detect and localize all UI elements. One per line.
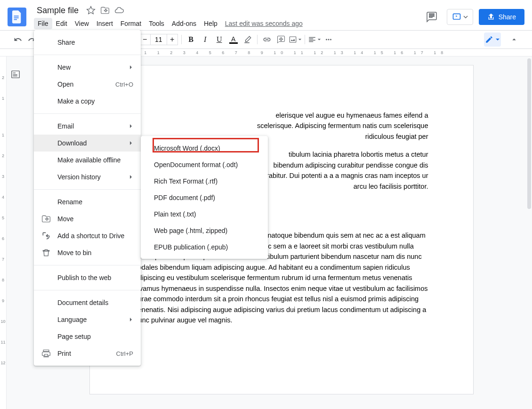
editing-mode-button[interactable]: [484, 32, 501, 47]
svg-point-10: [328, 39, 329, 40]
share-label: Share: [499, 13, 516, 21]
align-button[interactable]: [308, 33, 321, 46]
download-docx[interactable]: Microsoft Word (.docx): [141, 140, 268, 156]
svg-rect-8: [290, 37, 296, 42]
svg-point-11: [330, 39, 331, 40]
share-button[interactable]: Share: [479, 9, 524, 25]
add-shortcut-icon: [41, 231, 51, 241]
svg-rect-0: [14, 16, 19, 16]
download-pdf[interactable]: PDF document (.pdf): [141, 189, 268, 206]
download-submenu: Microsoft Word (.docx) OpenDocument form…: [141, 136, 268, 259]
last-edit-link[interactable]: Last edit was seconds ago: [225, 20, 303, 27]
vertical-ruler[interactable]: 21123456789101112: [0, 56, 7, 409]
document-outline-icon[interactable]: [7, 66, 24, 83]
menu-item-add-shortcut[interactable]: Add a shortcut to Drive: [34, 227, 141, 244]
menu-item-print[interactable]: PrintCtrl+P: [34, 345, 141, 362]
menu-item-email[interactable]: Email: [34, 118, 141, 135]
vertical-scrollbar[interactable]: [527, 58, 531, 209]
file-menu-dropdown: Share New OpenCtrl+O Make a copy Email D…: [34, 30, 141, 366]
menu-tools[interactable]: Tools: [145, 18, 168, 29]
move-folder-icon[interactable]: [100, 6, 110, 15]
menu-addons[interactable]: Add-ons: [168, 18, 200, 29]
text-color-button[interactable]: A: [227, 33, 240, 46]
docs-logo-icon[interactable]: [8, 8, 26, 26]
insert-image-button[interactable]: [289, 33, 302, 46]
menu-item-language[interactable]: Language: [34, 311, 141, 328]
font-size-decrease[interactable]: −: [139, 34, 151, 45]
bold-button[interactable]: B: [185, 33, 198, 46]
svg-rect-2: [14, 19, 17, 20]
more-button[interactable]: [322, 33, 335, 46]
comments-icon[interactable]: [422, 8, 441, 26]
star-icon[interactable]: [86, 6, 96, 15]
svg-rect-13: [13, 72, 16, 73]
svg-rect-6: [488, 19, 493, 19]
undo-button[interactable]: [11, 33, 24, 46]
menu-item-make-copy[interactable]: Make a copy: [34, 93, 141, 110]
highlight-button[interactable]: [241, 33, 254, 46]
header-bar: Sample file File Edit View Insert Format…: [0, 0, 532, 30]
menu-view[interactable]: View: [71, 18, 93, 29]
present-button[interactable]: [447, 9, 473, 25]
menu-item-download[interactable]: Download: [34, 135, 141, 152]
font-size-increase[interactable]: +: [167, 34, 178, 45]
menu-item-version-history[interactable]: Version history: [34, 168, 141, 185]
menu-item-new[interactable]: New: [34, 59, 141, 76]
menu-item-move[interactable]: Move: [34, 210, 141, 227]
menu-edit[interactable]: Edit: [52, 18, 71, 29]
menu-file[interactable]: File: [34, 18, 52, 29]
underline-button[interactable]: U: [213, 33, 226, 46]
svg-rect-15: [13, 76, 17, 76]
svg-rect-1: [14, 17, 19, 18]
menu-insert[interactable]: Insert: [93, 18, 117, 29]
print-icon: [41, 349, 51, 358]
svg-rect-14: [13, 74, 17, 75]
menu-item-offline[interactable]: Make available offline: [34, 152, 141, 168]
menu-help[interactable]: Help: [200, 18, 221, 29]
cloud-status-icon[interactable]: [114, 6, 124, 15]
menu-item-details[interactable]: Document details: [34, 294, 141, 311]
insert-comment-button[interactable]: [274, 33, 288, 46]
menu-item-publish[interactable]: Publish to the web: [34, 269, 141, 286]
menubar: File Edit View Insert Format Tools Add-o…: [34, 17, 422, 30]
download-txt[interactable]: Plain text (.txt): [141, 206, 268, 222]
svg-rect-3: [453, 14, 460, 19]
menu-item-move-to-bin[interactable]: Move to bin: [34, 244, 141, 261]
folder-move-icon: [41, 214, 51, 224]
trash-icon: [41, 248, 51, 257]
insert-link-button[interactable]: [260, 33, 274, 46]
font-size-input[interactable]: [151, 34, 167, 45]
italic-button[interactable]: I: [199, 33, 212, 46]
download-odt[interactable]: OpenDocument format (.odt): [141, 156, 268, 173]
menu-item-share[interactable]: Share: [34, 34, 141, 51]
svg-point-9: [326, 39, 327, 40]
document-title[interactable]: Sample file: [34, 5, 81, 16]
download-rtf[interactable]: Rich Text Format (.rtf): [141, 173, 268, 189]
menu-item-page-setup[interactable]: Page setup: [34, 328, 141, 345]
download-epub[interactable]: EPUB publication (.epub): [141, 239, 268, 255]
svg-rect-7: [244, 42, 250, 43]
download-html[interactable]: Web page (.html, zipped): [141, 222, 268, 239]
collapse-toolbar-button[interactable]: [508, 33, 521, 46]
menu-item-open[interactable]: OpenCtrl+O: [34, 76, 141, 93]
font-size-group: − +: [139, 33, 178, 46]
menu-format[interactable]: Format: [117, 18, 145, 29]
menu-item-rename[interactable]: Rename: [34, 193, 141, 210]
